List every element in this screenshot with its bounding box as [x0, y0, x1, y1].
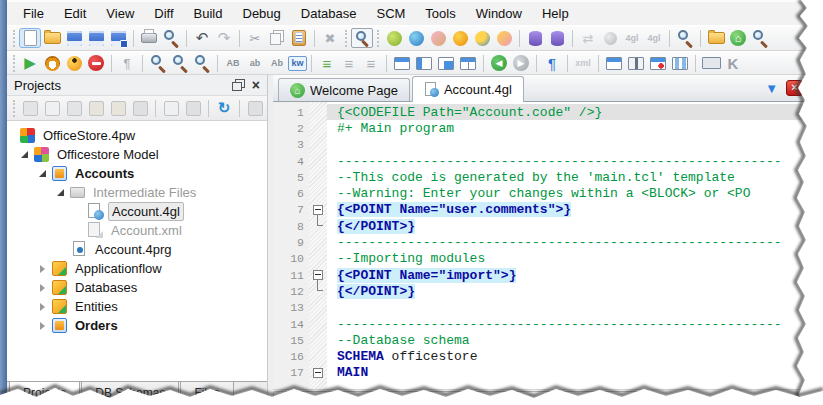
fold-collapse-icon[interactable] — [313, 205, 323, 215]
split-vertical-icon[interactable] — [413, 53, 435, 73]
tree-item-account-4prg[interactable]: Account.4prg — [7, 240, 267, 259]
form-columns-icon[interactable] — [669, 53, 691, 73]
tile-windows-icon[interactable] — [457, 53, 479, 73]
new-group-icon[interactable] — [107, 98, 129, 118]
save-icon[interactable] — [63, 28, 85, 48]
scroll-left-icon[interactable]: ◀ — [273, 391, 288, 405]
menu-file[interactable]: File — [13, 3, 54, 24]
tree-item-account-xml[interactable]: Account.xml — [7, 221, 267, 240]
save-as-icon[interactable] — [85, 28, 107, 48]
panel-tab-files[interactable]: Files — [180, 382, 233, 405]
tree-item-orders[interactable]: Orders — [7, 316, 267, 335]
undock-panel-icon[interactable] — [232, 82, 242, 91]
vertical-scrollbar[interactable]: ▲ ▼ — [808, 102, 823, 389]
stop-icon[interactable] — [85, 53, 107, 73]
menu-diff[interactable]: Diff — [144, 3, 183, 24]
close-panel-icon[interactable]: × — [252, 80, 260, 90]
tree-expander-icon[interactable] — [37, 263, 49, 275]
zoom-in-icon[interactable] — [169, 53, 191, 73]
code-line[interactable]: 11 {<POINT Name="import">} — [273, 267, 823, 283]
code-line[interactable]: 16 SCHEMA officestore — [273, 348, 823, 364]
horizontal-scrollbar[interactable]: ◀ ▶ — [273, 389, 823, 405]
redo-icon[interactable]: ↷ — [213, 28, 235, 48]
code-line[interactable]: 17 MAIN — [273, 365, 823, 381]
capitalize-icon[interactable]: Ab — [266, 53, 288, 73]
new-program-icon[interactable] — [63, 98, 85, 118]
xml-validate-icon[interactable]: xml — [572, 53, 594, 73]
tree-item-entities[interactable]: Entities — [7, 297, 267, 316]
code-line[interactable]: 12 {</POINT>} — [273, 283, 823, 299]
code-line[interactable]: 7 {<POINT Name="user.comments">} — [273, 202, 823, 218]
rebuild-icon[interactable] — [449, 28, 471, 48]
rebuild-all-icon[interactable] — [471, 28, 493, 48]
tree-item-accounts[interactable]: Accounts — [7, 164, 267, 183]
tree-expander-icon[interactable] — [37, 168, 49, 180]
tree-expander-icon[interactable] — [55, 187, 67, 199]
code-line[interactable]: 5 --This code is generated by the 'main.… — [273, 169, 823, 185]
scroll-down-icon[interactable]: ▼ — [809, 374, 823, 389]
code-line[interactable]: 9 --------------------------------------… — [273, 234, 823, 250]
form-record-icon[interactable] — [647, 53, 669, 73]
lowercase-icon[interactable]: ab — [244, 53, 266, 73]
configure-icon[interactable] — [244, 98, 266, 118]
navigate-forward-icon[interactable]: ▶ — [510, 53, 532, 73]
tree-item-applicationflow[interactable]: Applicationflow — [7, 259, 267, 278]
open-file-icon[interactable] — [41, 28, 63, 48]
tab-welcome-page[interactable]: ⌂ Welcome Page — [278, 78, 410, 101]
build-4gl-icon[interactable]: 4gl — [643, 28, 665, 48]
copy-icon[interactable] — [266, 28, 288, 48]
undo-icon[interactable]: ↶ — [191, 28, 213, 48]
panel-tab-db-schemas[interactable]: DB Schemas — [81, 382, 179, 405]
code-line[interactable]: 8 {</POINT>} — [273, 218, 823, 234]
tree-item-intermediate-files[interactable]: Intermediate Files — [7, 183, 267, 202]
scroll-right-icon[interactable]: ▶ — [808, 391, 823, 405]
fit-window-icon[interactable] — [700, 53, 722, 73]
search-in-files-icon[interactable] — [674, 28, 696, 48]
save-all-icon[interactable] — [107, 28, 129, 48]
close-document-icon[interactable]: × — [786, 80, 803, 96]
tab-list-dropdown-icon[interactable]: ▼ — [757, 81, 786, 96]
fold-collapse-icon[interactable] — [313, 368, 323, 378]
clean-all-icon[interactable] — [493, 28, 515, 48]
debug-icon[interactable] — [63, 53, 85, 73]
cut-icon[interactable]: ✂ — [244, 28, 266, 48]
welcome-page-icon[interactable]: ⌂ — [727, 28, 749, 48]
delete-icon[interactable]: ✖ — [319, 28, 341, 48]
uppercase-icon[interactable]: AB — [222, 53, 244, 73]
menu-tools[interactable]: Tools — [415, 3, 465, 24]
menu-view[interactable]: View — [96, 3, 144, 24]
find-in-windows-icon[interactable] — [749, 28, 771, 48]
tree-item-account-4gl[interactable]: Account.4gl — [7, 202, 267, 221]
file-browser-icon[interactable] — [705, 28, 727, 48]
code-line[interactable]: 6 --Warning: Enter your changes within a… — [273, 185, 823, 201]
clean-icon[interactable] — [427, 28, 449, 48]
show-whitespace-icon[interactable]: ¶ — [116, 53, 138, 73]
new-document-icon[interactable] — [19, 28, 41, 48]
tree-expander-icon[interactable] — [37, 320, 49, 332]
tab-account-4gl[interactable]: Account.4gl — [412, 76, 524, 102]
tree-item-databases[interactable]: Databases — [7, 278, 267, 297]
menu-build[interactable]: Build — [184, 3, 233, 24]
add-file-icon[interactable] — [160, 98, 182, 118]
build-icon[interactable] — [383, 28, 405, 48]
code-line[interactable]: 2 #+ Main program — [273, 120, 823, 136]
panel-tab-projects[interactable]: Projects — [9, 382, 80, 405]
menu-debug[interactable]: Debug — [233, 3, 291, 24]
fold-collapse-icon[interactable] — [313, 270, 323, 280]
vertical-scroll-thumb[interactable] — [810, 119, 822, 199]
print-icon[interactable] — [138, 28, 160, 48]
scroll-up-icon[interactable]: ▲ — [809, 102, 823, 117]
refresh-icon[interactable]: ↻ — [213, 98, 235, 118]
paste-icon[interactable] — [288, 28, 310, 48]
formatting-marks-icon[interactable]: ¶ — [541, 53, 563, 73]
code-line[interactable]: 13 — [273, 300, 823, 316]
tree-expander-icon[interactable] — [37, 282, 49, 294]
zoom-out-icon[interactable] — [147, 53, 169, 73]
print-preview-icon[interactable] — [160, 28, 182, 48]
cascade-windows-icon[interactable] — [435, 53, 457, 73]
form-vertical-icon[interactable] — [625, 53, 647, 73]
horizontal-scroll-thumb[interactable] — [296, 391, 646, 404]
code-line[interactable]: 1 {<CODEFILE Path="Account.code" />} — [273, 104, 823, 120]
code-line[interactable]: 14 -------------------------------------… — [273, 316, 823, 332]
reindent-icon[interactable]: ≡ — [360, 53, 382, 73]
